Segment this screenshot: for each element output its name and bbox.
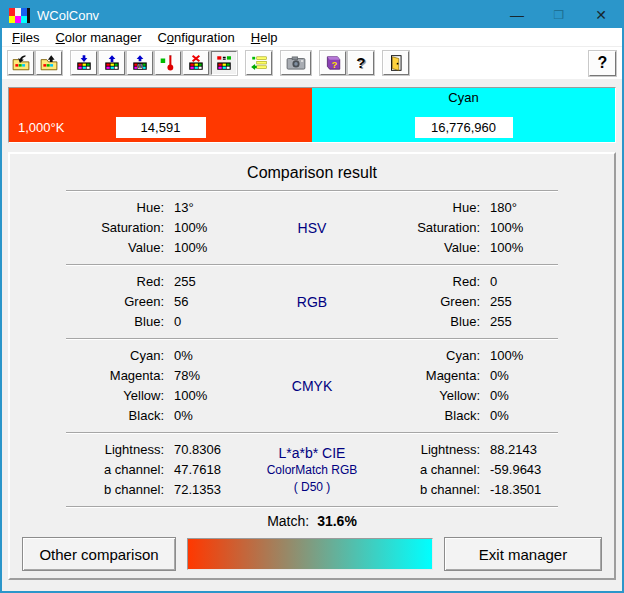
palette-web-upload-button[interactable]: W [127, 51, 153, 75]
field-row: Red:0 [382, 272, 558, 292]
camera-icon [286, 54, 306, 72]
field-value: 0% [174, 346, 242, 366]
field-label: Green: [382, 292, 490, 312]
maximize-button[interactable]: ❒ [538, 2, 580, 28]
save-palette-button[interactable] [36, 51, 62, 75]
field-label: Magenta: [382, 366, 490, 386]
field-label: Black: [382, 406, 490, 426]
separator [66, 506, 558, 508]
open-palette-icon [12, 54, 30, 72]
help-question-button[interactable]: ? ? [348, 51, 374, 75]
menu-files[interactable]: Files [4, 28, 47, 47]
save-palette-icon [40, 54, 58, 72]
hsv-left-column: Hue:13° Saturation:100% Value:100% [66, 198, 242, 258]
field-row: Black:0% [382, 406, 558, 426]
left-color-temperature: 1,000°K [18, 120, 64, 135]
field-row: Green:255 [382, 292, 558, 312]
field-row: Value:100% [382, 238, 558, 258]
field-label: a channel: [66, 460, 174, 480]
help-book-button[interactable]: ? [320, 51, 346, 75]
section-hsv: Hue:13° Saturation:100% Value:100% HSV H… [66, 193, 558, 263]
field-label: Lightness: [382, 440, 490, 460]
field-label: Cyan: [66, 346, 174, 366]
field-value: 0 [174, 312, 242, 332]
field-label: Hue: [66, 198, 174, 218]
color-list-icon [250, 54, 268, 72]
palette-upload-icon [103, 54, 121, 72]
match-value: 31.6% [317, 513, 357, 529]
color-list-button[interactable] [246, 51, 272, 75]
palette-upload-button[interactable] [99, 51, 125, 75]
field-label: Red: [66, 272, 174, 292]
color-blend-gradient [187, 538, 433, 570]
menu-help[interactable]: Help [243, 28, 286, 47]
question-mark-icon: ? ? [352, 54, 370, 72]
hsv-label: HSV [242, 198, 382, 258]
color-temperature-icon [159, 54, 177, 72]
close-button[interactable]: ✕ [580, 2, 622, 28]
lab-left-column: Lightness:70.8306 a channel:47.7618 b ch… [66, 440, 242, 500]
separator [66, 190, 558, 192]
field-value: 100% [490, 238, 558, 258]
field-value: 180° [490, 198, 558, 218]
field-row: Lightness:88.2143 [382, 440, 558, 460]
svg-text:W: W [138, 63, 143, 69]
field-row: Magenta:0% [382, 366, 558, 386]
section-lab: Lightness:70.8306 a channel:47.7618 b ch… [66, 435, 558, 505]
screen-capture-button[interactable] [281, 51, 311, 75]
field-value: 72.1353 [174, 480, 242, 500]
minimize-button[interactable]: — [496, 2, 538, 28]
match-label: Match: [267, 513, 309, 529]
field-row: Green:56 [66, 292, 242, 312]
field-row: Black:0% [66, 406, 242, 426]
left-color-value: 14,591 [116, 117, 206, 138]
field-label: Black: [66, 406, 174, 426]
field-value: -18.3501 [490, 480, 558, 500]
context-help-button[interactable]: ? [589, 51, 616, 76]
compare-colors-button[interactable] [211, 51, 237, 75]
other-comparison-button[interactable]: Other comparison [22, 537, 176, 571]
field-label: Blue: [382, 312, 490, 332]
field-row: Cyan:100% [382, 346, 558, 366]
field-value: 0% [174, 406, 242, 426]
field-value: 0% [490, 386, 558, 406]
field-row: Magenta:78% [66, 366, 242, 386]
field-row: Hue:13° [66, 198, 242, 218]
color-swatches: 1,000°K 14,591 Cyan 16,776,960 [8, 87, 616, 143]
field-row: Value:100% [66, 238, 242, 258]
client-area: 1,000°K 14,591 Cyan 16,776,960 Compariso… [2, 79, 622, 580]
lab-label: L*a*b* CIE ColorMatch RGB ( D50 ) [242, 440, 382, 500]
exit-manager-button[interactable]: Exit manager [444, 537, 602, 571]
palette-download-button[interactable] [71, 51, 97, 75]
field-value: 100% [174, 238, 242, 258]
cmyk-label: CMYK [242, 346, 382, 426]
menu-color-manager[interactable]: Color manager [47, 28, 149, 47]
field-value: -59.9643 [490, 460, 558, 480]
toolbar-group-help: ? ? ? [320, 51, 374, 75]
field-value: 255 [174, 272, 242, 292]
app-icon [9, 8, 30, 23]
match-result: Match:31.6% [10, 509, 614, 535]
palette-delete-button[interactable] [183, 51, 209, 75]
exit-manager-toolbar-button[interactable] [383, 51, 409, 75]
left-color-swatch[interactable]: 1,000°K 14,591 [9, 88, 312, 142]
comparison-panel: Comparison result Hue:13° Saturation:100… [8, 152, 616, 580]
field-row: Cyan:0% [66, 346, 242, 366]
panel-title: Comparison result [10, 154, 614, 189]
right-color-swatch[interactable]: Cyan 16,776,960 [312, 88, 615, 142]
field-value: 100% [490, 218, 558, 238]
field-value: 88.2143 [490, 440, 558, 460]
app-window: WColConv — ❒ ✕ Files Color manager Confi… [0, 0, 624, 593]
menu-bar: Files Color manager Configuration Help [2, 28, 622, 47]
toolbar-group-capture [281, 51, 311, 75]
field-row: Lightness:70.8306 [66, 440, 242, 460]
field-row: a channel:47.7618 [66, 460, 242, 480]
toolbar-group-list [246, 51, 272, 75]
menu-configuration[interactable]: Configuration [149, 28, 242, 47]
field-label: b channel: [382, 480, 490, 500]
field-label: Lightness: [66, 440, 174, 460]
open-palette-button[interactable] [8, 51, 34, 75]
separator [66, 264, 558, 266]
color-temperature-button[interactable] [155, 51, 181, 75]
field-row: Hue:180° [382, 198, 558, 218]
